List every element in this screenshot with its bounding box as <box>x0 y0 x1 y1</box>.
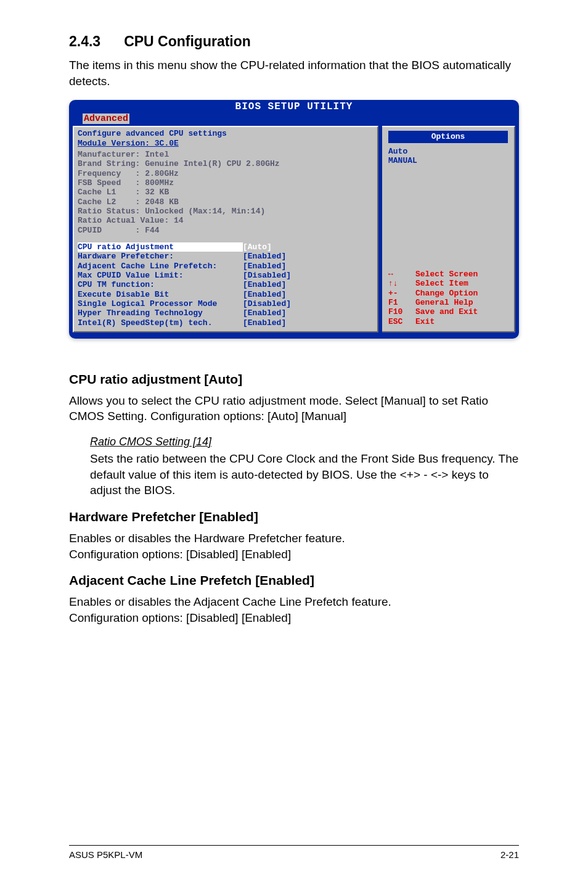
bios-options-header: Options <box>388 131 508 142</box>
bios-param-row[interactable]: CPU ratio Adjustment[Auto] <box>78 242 374 252</box>
bios-param-value: [Auto] <box>243 242 272 252</box>
bios-nav-key: F10 <box>388 307 415 316</box>
bios-left-header-l2: Module Version: 3C.0E <box>78 139 374 148</box>
bios-param-label: Intel(R) SpeedStep(tm) tech. <box>78 318 243 328</box>
bios-param-row[interactable]: Adjacent Cache Line Prefetch:[Enabled] <box>78 262 374 271</box>
bios-param-row[interactable]: Hardware Prefetcher:[Enabled] <box>78 252 374 261</box>
bios-screenshot: BIOS SETUP UTILITY Advanced Configure ad… <box>69 100 519 339</box>
bios-nav-row: ↑↓Select Item <box>388 279 478 288</box>
adj-cache-p2: Configuration options: [Disabled] [Enabl… <box>69 610 519 626</box>
bios-nav-label: Select Item <box>415 279 468 288</box>
bios-param-label: Max CPUID Value Limit: <box>78 271 243 280</box>
bios-param-row[interactable]: Intel(R) SpeedStep(tm) tech.[Enabled] <box>78 318 374 328</box>
bios-nav-key: +- <box>388 289 415 298</box>
bios-param-label: Adjacent Cache Line Prefetch: <box>78 262 243 271</box>
section-title: CPU Configuration <box>124 33 251 49</box>
bios-param-row[interactable]: CPU TM function:[Enabled] <box>78 280 374 289</box>
bios-param-row[interactable]: Max CPUID Value Limit:[Disabled] <box>78 271 374 280</box>
intro-paragraph: The items in this menu show the CPU-rela… <box>69 57 519 89</box>
bios-cpu-info: Manufacturer: IntelBrand String: Genuine… <box>73 148 378 239</box>
bios-nav-key: ↑↓ <box>388 279 415 288</box>
bios-param-value: [Enabled] <box>243 280 286 289</box>
bios-param-value: [Enabled] <box>243 290 286 299</box>
bios-nav-row: ↔Select Screen <box>388 270 478 279</box>
section-number: 2.4.3 <box>69 33 100 50</box>
hw-prefetcher-heading: Hardware Prefetcher [Enabled] <box>69 510 519 524</box>
bios-cpu-info-line: FSB Speed : 800MHz <box>78 178 374 188</box>
ratio-cmos-block: Ratio CMOS Setting [14] Sets the ratio b… <box>69 435 519 498</box>
bios-option-item[interactable]: MANUAL <box>388 156 508 165</box>
bios-cpu-info-line: Cache L1 : 32 KB <box>78 188 374 197</box>
bios-right-pane: Options AutoMANUAL ↔Select Screen↑↓Selec… <box>382 126 519 339</box>
bios-param-label: CPU ratio Adjustment <box>78 242 243 252</box>
bios-param-value: [Enabled] <box>243 252 286 261</box>
bios-nav-key: ESC <box>388 317 415 326</box>
bios-cpu-info-line: Ratio Status: Unlocked (Max:14, Min:14) <box>78 207 374 216</box>
bios-option-item[interactable]: Auto <box>388 147 508 156</box>
bios-nav-legend: ↔Select Screen↑↓Select Item+-Change Opti… <box>388 270 478 326</box>
hw-prefetcher-p1: Enables or disables the Hardware Prefetc… <box>69 530 519 547</box>
bios-nav-row: +-Change Option <box>388 289 478 298</box>
bios-nav-key: ↔ <box>388 270 415 279</box>
bios-param-value: [Disabled] <box>243 271 291 280</box>
bios-param-row[interactable]: Hyper Threading Technology[Enabled] <box>78 308 374 318</box>
bios-nav-row: ESCExit <box>388 317 478 326</box>
adj-cache-p1: Enables or disables the Adjacent Cache L… <box>69 594 519 610</box>
bios-left-header: Configure advanced CPU settings Module V… <box>73 126 378 148</box>
bios-left-header-l1: Configure advanced CPU settings <box>78 129 374 138</box>
bios-nav-label: Exit <box>415 317 435 326</box>
bios-param-value: [Enabled] <box>243 262 286 271</box>
cpu-ratio-heading: CPU ratio adjustment [Auto] <box>69 372 519 387</box>
bios-param-value: [Enabled] <box>243 308 286 318</box>
adj-cache-heading: Adjacent Cache Line Prefetch [Enabled] <box>69 573 519 588</box>
bios-nav-label: Save and Exit <box>415 307 478 316</box>
ratio-cmos-paragraph: Sets the ratio between the CPU Core Cloc… <box>90 451 519 498</box>
page-footer: ASUS P5KPL-VM 2-21 <box>69 845 519 860</box>
hw-prefetcher-p2: Configuration options: [Disabled] [Enabl… <box>69 547 519 563</box>
bios-cpu-info-line: Cache L2 : 2048 KB <box>78 197 374 207</box>
bios-left-pane: Configure advanced CPU settings Module V… <box>69 126 382 339</box>
bios-cpu-info-line: CPUID : F44 <box>78 226 374 235</box>
bios-tab-row: Advanced <box>69 113 519 126</box>
bios-nav-label: Select Screen <box>415 270 478 279</box>
bios-nav-row: F10Save and Exit <box>388 307 478 316</box>
bios-param-value: [Disabled] <box>243 299 291 308</box>
bios-cpu-info-line: Manufacturer: Intel <box>78 150 374 159</box>
bios-title: BIOS SETUP UTILITY <box>69 100 519 113</box>
bios-params-list: CPU ratio Adjustment[Auto]Hardware Prefe… <box>73 239 378 332</box>
bios-param-label: Execute Disable Bit <box>78 290 243 299</box>
bios-nav-label: Change Option <box>415 289 478 298</box>
ratio-cmos-heading: Ratio CMOS Setting [14] <box>90 435 211 448</box>
bios-tab-advanced[interactable]: Advanced <box>83 113 129 124</box>
bios-param-label: Hardware Prefetcher: <box>78 252 243 261</box>
bios-param-label: Single Logical Processor Mode <box>78 299 243 308</box>
footer-right: 2-21 <box>500 849 519 860</box>
bios-cpu-info-line: Brand String: Genuine Intel(R) CPU 2.80G… <box>78 159 374 168</box>
bios-cpu-info-line: Frequency : 2.80GHz <box>78 169 374 178</box>
bios-param-label: CPU TM function: <box>78 280 243 289</box>
bios-nav-key: F1 <box>388 298 415 307</box>
bios-param-value: [Enabled] <box>243 318 286 328</box>
bios-nav-row: F1General Help <box>388 298 478 307</box>
bios-param-label: Hyper Threading Technology <box>78 308 243 318</box>
bios-param-row[interactable]: Single Logical Processor Mode[Disabled] <box>78 299 374 308</box>
bios-options-list: AutoMANUAL <box>382 147 514 166</box>
bios-cpu-info-line: Ratio Actual Value: 14 <box>78 216 374 225</box>
footer-left: ASUS P5KPL-VM <box>69 849 142 860</box>
cpu-ratio-paragraph: Allows you to select the CPU ratio adjus… <box>69 393 519 424</box>
bios-nav-label: General Help <box>415 298 473 307</box>
bios-param-row[interactable]: Execute Disable Bit[Enabled] <box>78 290 374 299</box>
section-heading: 2.4.3CPU Configuration <box>69 33 519 50</box>
